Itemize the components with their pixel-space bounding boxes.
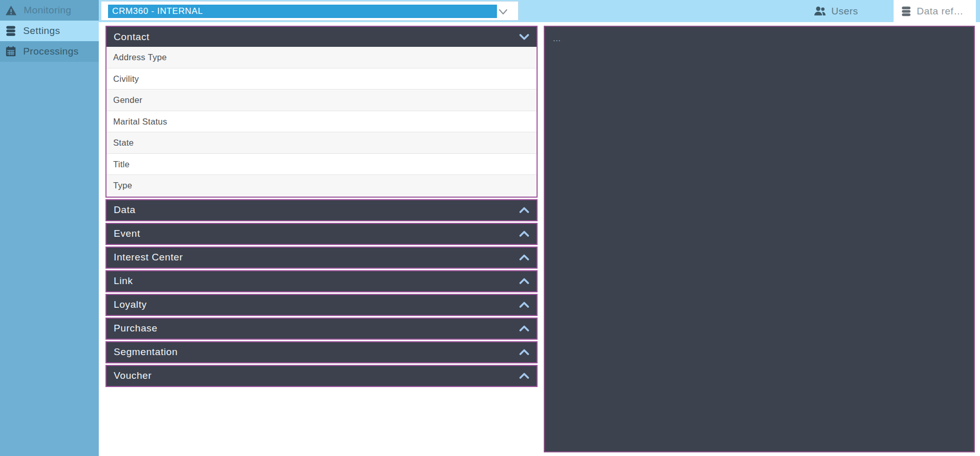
users-icon	[814, 6, 826, 17]
attribute-row-gender[interactable]: Gender	[106, 90, 537, 111]
chevron-up-icon	[519, 325, 529, 331]
accordion-section-link: Link	[105, 270, 538, 292]
attribute-row-type[interactable]: Type	[106, 175, 537, 197]
data-ref-button[interactable]: Data ref…	[894, 0, 976, 22]
accordion-section-purchase: Purchase	[105, 318, 538, 340]
accordion-header-event[interactable]: Event	[106, 224, 537, 244]
accordion-section-voucher: Voucher	[105, 365, 538, 387]
accordion-header-link[interactable]: Link	[106, 271, 537, 291]
detail-placeholder: ...	[553, 34, 561, 43]
accordion-section-segmentation: Segmentation	[105, 341, 538, 363]
chevron-down-icon	[519, 34, 529, 40]
sidebar-item-label: Processings	[23, 46, 79, 57]
attribute-row-civility[interactable]: Civility	[106, 68, 537, 90]
users-button-label: Users	[831, 6, 858, 17]
attribute-row-title[interactable]: Title	[106, 154, 537, 176]
sidebar-item-label: Monitoring	[24, 5, 72, 16]
accordion-header-interest-center[interactable]: Interest Center	[106, 248, 537, 268]
sidebar: Monitoring Settings Processings	[0, 0, 99, 456]
sidebar-item-processings[interactable]: Processings	[0, 41, 99, 62]
chevron-up-icon	[519, 302, 529, 308]
accordion-section-data: Data	[105, 199, 538, 221]
accordion-header-segmentation[interactable]: Segmentation	[106, 342, 537, 362]
sidebar-item-monitoring[interactable]: Monitoring	[0, 0, 99, 21]
data-ref-button-label: Data ref…	[917, 6, 964, 17]
calendar-icon	[5, 46, 16, 57]
attribute-row-marital-status[interactable]: Marital Status	[106, 111, 537, 133]
sidebar-item-settings[interactable]: Settings	[0, 21, 99, 41]
chevron-up-icon	[519, 278, 529, 284]
chevron-up-icon	[519, 231, 529, 237]
accordion-section-event: Event	[105, 223, 538, 245]
accordion-section-contact: Contact Address TypeCivilityGenderMarita…	[105, 26, 538, 198]
database-icon	[901, 6, 912, 17]
environment-select[interactable]: CRM360 - INTERNAL	[101, 1, 519, 21]
accordion-header-loyalty[interactable]: Loyalty	[106, 295, 537, 315]
chevron-up-icon	[519, 349, 529, 355]
database-icon	[5, 25, 16, 37]
accordion-header-contact[interactable]: Contact	[106, 27, 537, 47]
accordion-header-voucher[interactable]: Voucher	[106, 366, 537, 386]
sidebar-item-label: Settings	[23, 25, 60, 37]
chevron-up-icon	[519, 254, 529, 260]
accordion-header-purchase[interactable]: Purchase	[106, 319, 537, 339]
chevron-up-icon	[519, 373, 529, 379]
attribute-row-address-type[interactable]: Address Type	[106, 47, 537, 68]
accordion-header-data[interactable]: Data	[106, 200, 537, 220]
users-button[interactable]: Users	[814, 0, 870, 22]
sidebar-item-list: Monitoring Settings Processings	[0, 0, 99, 62]
chevron-down-icon	[498, 8, 508, 17]
topbar: CRM360 - INTERNAL Users Data ref…	[0, 0, 980, 22]
chevron-up-icon	[519, 207, 529, 213]
attribute-row-state[interactable]: State	[106, 132, 537, 154]
detail-panel: ...	[544, 26, 975, 452]
reference-accordion: Contact Address TypeCivilityGenderMarita…	[105, 26, 538, 389]
accordion-section-loyalty: Loyalty	[105, 294, 538, 316]
accordion-section-interest-center: Interest Center	[105, 247, 538, 269]
main-content: Contact Address TypeCivilityGenderMarita…	[99, 22, 980, 456]
environment-select-value: CRM360 - INTERNAL	[108, 5, 497, 18]
warning-icon	[5, 5, 17, 16]
